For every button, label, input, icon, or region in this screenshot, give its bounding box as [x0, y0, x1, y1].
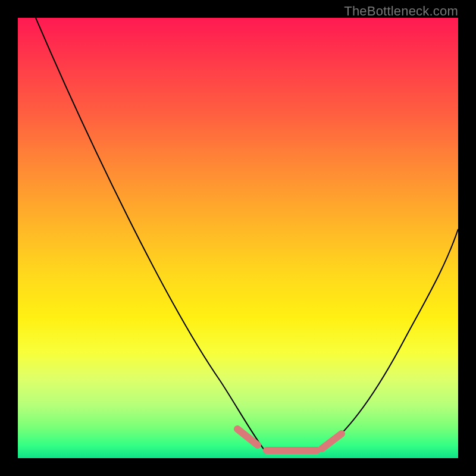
- curve-right-branch: [326, 229, 458, 447]
- chart-frame: TheBottleneck.com: [0, 0, 476, 476]
- curve-layer: [18, 18, 458, 458]
- plot-area: [18, 18, 458, 458]
- left-shoulder-marker: [237, 429, 258, 445]
- right-shoulder-marker: [322, 434, 342, 449]
- curve-left-branch: [36, 18, 264, 450]
- watermark-text: TheBottleneck.com: [344, 4, 458, 19]
